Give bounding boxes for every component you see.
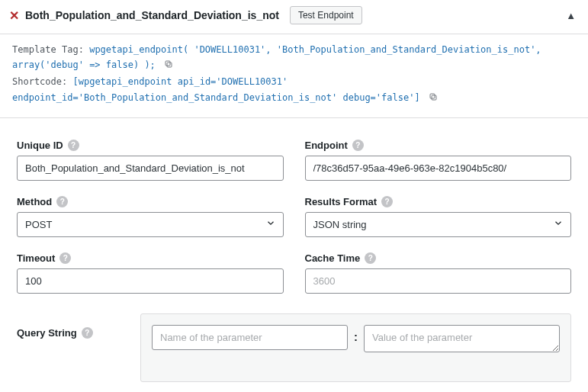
method-select[interactable]: POST bbox=[17, 212, 284, 237]
query-string-colon: : bbox=[354, 325, 358, 343]
method-label: Method bbox=[17, 196, 52, 207]
svg-rect-1 bbox=[165, 61, 170, 66]
endpoint-label: Endpoint bbox=[305, 140, 348, 151]
query-string-box: : bbox=[140, 313, 571, 382]
help-icon[interactable]: ? bbox=[352, 140, 364, 151]
panel-title: Both_Population_and_Standard_Deviation_i… bbox=[25, 9, 279, 21]
help-icon[interactable]: ? bbox=[68, 140, 79, 151]
code-tags-block: Template Tag: wpgetapi_endpoint( 'DOWELL… bbox=[0, 34, 588, 118]
cache-time-input[interactable] bbox=[305, 268, 572, 294]
results-format-label: Results Format bbox=[305, 196, 378, 207]
shortcode-code: [wpgetapi_endpoint api_id='DOWELL10031' … bbox=[12, 76, 420, 102]
settings-form: Unique ID ? Endpoint ? Method ? POST bbox=[0, 118, 588, 382]
timeout-label-row: Timeout ? bbox=[17, 252, 284, 264]
help-icon[interactable]: ? bbox=[381, 196, 393, 207]
query-string-row: Query String ? : bbox=[17, 313, 571, 382]
unique-id-label: Unique ID bbox=[17, 140, 63, 151]
timeout-label: Timeout bbox=[17, 252, 55, 264]
results-format-label-row: Results Format ? bbox=[305, 196, 572, 207]
test-endpoint-button[interactable]: Test Endpoint bbox=[290, 6, 362, 24]
copy-icon[interactable] bbox=[429, 92, 438, 104]
template-tag-line: Template Tag: wpgetapi_endpoint( 'DOWELL… bbox=[12, 42, 576, 74]
query-param-name-input[interactable] bbox=[152, 325, 348, 350]
endpoint-label-row: Endpoint ? bbox=[305, 140, 572, 151]
svg-rect-2 bbox=[432, 95, 436, 100]
method-label-row: Method ? bbox=[17, 196, 284, 207]
unique-id-input[interactable] bbox=[17, 156, 284, 181]
svg-rect-0 bbox=[167, 63, 172, 67]
timeout-input[interactable] bbox=[17, 268, 284, 294]
template-tag-code: wpgetapi_endpoint( 'DOWELL10031', 'Both_… bbox=[12, 44, 541, 70]
help-icon[interactable]: ? bbox=[365, 252, 376, 264]
shortcode-label: Shortcode: bbox=[12, 76, 72, 87]
template-tag-label: Template Tag: bbox=[12, 44, 89, 55]
copy-icon[interactable] bbox=[164, 59, 173, 71]
query-param-value-input[interactable] bbox=[364, 325, 560, 352]
svg-rect-3 bbox=[430, 94, 435, 98]
unique-id-label-row: Unique ID ? bbox=[17, 140, 284, 151]
collapse-icon[interactable]: ▲ bbox=[566, 10, 576, 21]
cache-time-label-row: Cache Time ? bbox=[305, 252, 572, 264]
endpoint-input[interactable] bbox=[305, 156, 572, 181]
shortcode-line: Shortcode: [wpgetapi_endpoint api_id='DO… bbox=[12, 74, 576, 106]
results-format-select[interactable]: JSON string bbox=[305, 212, 572, 237]
cache-time-label: Cache Time bbox=[305, 252, 361, 264]
close-icon[interactable]: ✕ bbox=[9, 8, 19, 23]
help-icon[interactable]: ? bbox=[56, 196, 68, 207]
panel-header: ✕ Both_Population_and_Standard_Deviation… bbox=[0, 0, 588, 34]
query-string-label: Query String bbox=[17, 327, 77, 339]
help-icon[interactable]: ? bbox=[82, 327, 93, 339]
query-string-label-row: Query String ? bbox=[17, 327, 124, 339]
help-icon[interactable]: ? bbox=[59, 252, 71, 264]
